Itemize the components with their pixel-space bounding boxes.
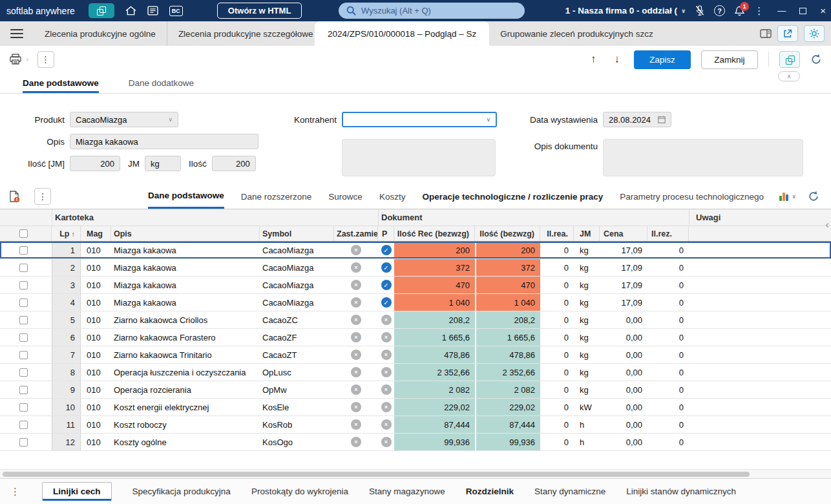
close-button[interactable]: × (820, 5, 826, 16)
column-header-ilosc-rec[interactable]: Ilość Rec (bezwzg) (394, 226, 475, 241)
minimize-button[interactable]: — (777, 6, 786, 16)
tab-grid-dane-podstawowe[interactable]: Dane podstawowe (148, 184, 224, 209)
grid-actions-button[interactable]: ⋮ (34, 188, 51, 205)
tab-dane-dodatkowe[interactable]: Dane dodatkowe (129, 78, 194, 93)
notifications-button[interactable]: 1 (735, 6, 744, 16)
panels-icon[interactable] (760, 29, 772, 38)
horizontal-scrollbar[interactable] (0, 469, 831, 478)
next-record-button[interactable]: ↓ (611, 53, 624, 66)
duplicate-window-button[interactable] (779, 51, 800, 68)
column-header-lp[interactable]: Lp↑ (52, 226, 81, 241)
tab-zlecenia-produkcyjne-szczegolowe[interactable]: Zlecenia produkcyjne szczegółowe (167, 21, 315, 46)
tab-linijki-cech[interactable]: Linijki cech (42, 482, 112, 501)
search-input[interactable]: Wyszukaj (Alt + Q) (339, 3, 525, 19)
table-row[interactable]: 4010Miazga kakaowaCacaoMiazga×✓1 0401 04… (0, 294, 831, 311)
bc-icon[interactable]: BC (169, 6, 183, 16)
share-button[interactable] (777, 25, 798, 42)
table-row[interactable]: 3010Miazga kakaowaCacaoMiazga×✓4704700kg… (0, 277, 831, 294)
column-header-opis[interactable]: Opis (111, 226, 260, 241)
row-checkbox[interactable] (19, 386, 28, 394)
column-header-il-rea[interactable]: Il.rea. (540, 226, 574, 241)
column-header-mag[interactable]: Mag (81, 226, 111, 241)
refresh-button[interactable] (810, 54, 822, 65)
tab-stany-dynamiczne[interactable]: Stany dynamiczne (534, 487, 605, 496)
previous-record-button[interactable]: ↑ (587, 53, 600, 66)
tab-document-preview[interactable]: 2024/ZPS/010/000018 – Podgląd – Sz (315, 21, 489, 46)
table-row[interactable]: 8010Operacja łuszczenia i oczyszczaniaOp… (0, 364, 831, 381)
column-header-p[interactable]: P (378, 226, 394, 241)
tab-zlecenia-produkcyjne-ogolne[interactable]: Zlecenia produkcyjne ogólne (34, 21, 167, 46)
opis-input[interactable]: Miazga kakaowa (70, 134, 258, 149)
jm-input[interactable]: kg (145, 156, 181, 171)
tab-prostokaty-do-wykrojenia[interactable]: Prostokąty do wykrojenia (251, 487, 348, 496)
open-html-button[interactable]: Otwórz w HTML (217, 3, 302, 19)
scrollbar-thumb[interactable] (3, 472, 750, 477)
close-document-button[interactable]: Zamknij (701, 50, 758, 69)
tab-koszty[interactable]: Koszty (379, 184, 406, 209)
grid-refresh-button[interactable] (808, 191, 819, 202)
tab-surowce[interactable]: Surowce (328, 184, 363, 209)
opis-dokumentu-textarea[interactable] (603, 139, 803, 176)
more-actions-button[interactable]: ⋮ (37, 51, 54, 68)
inspect-button[interactable] (804, 25, 825, 42)
microphone-off-icon[interactable] (695, 5, 704, 16)
row-checkbox[interactable] (19, 299, 28, 307)
table-row[interactable]: 9010Operacja rozcieraniaOpMw××2 0822 082… (0, 381, 831, 399)
hamburger-menu-icon[interactable] (10, 29, 23, 39)
column-header-il-rez[interactable]: Il.rez. (647, 226, 689, 241)
table-row[interactable]: 7010Ziarno kakaowca TrinitarioCacaoZT××4… (0, 346, 831, 364)
table-row[interactable]: 12010Koszty ogólneKosOgo××99,93699,9360h… (0, 434, 831, 451)
row-checkbox[interactable] (19, 438, 28, 446)
table-row[interactable]: 1010Miazga kakaowaCacaoMiazga×✓2002000kg… (0, 242, 831, 259)
column-header-jm[interactable]: JM (574, 226, 600, 241)
save-button[interactable]: Zapisz (634, 50, 691, 69)
row-checkbox[interactable] (19, 421, 28, 429)
row-checkbox[interactable] (19, 333, 28, 342)
row-checkbox[interactable] (19, 403, 28, 412)
data-wystawienia-input[interactable]: 28.08.2024 (603, 112, 671, 127)
tab-rozdzielnik[interactable]: Rozdzielnik (466, 487, 514, 496)
column-header-ilosc[interactable]: Ilość (bezwzg) (475, 226, 540, 241)
table-row[interactable]: 5010Ziarno kakaowca CriollosCacaoZC××208… (0, 311, 831, 329)
help-icon[interactable]: ? (714, 5, 725, 16)
produkt-select[interactable]: CacaoMiazga ∨ (70, 112, 178, 127)
row-checkbox[interactable] (19, 316, 28, 324)
select-all-checkbox[interactable] (19, 229, 28, 238)
maximize-button[interactable] (799, 8, 806, 14)
ilosc-jm-input[interactable]: 200 (70, 156, 120, 171)
table-row[interactable]: 6010Ziarno kakaowca ForasteroCacaoZF××1 … (0, 329, 831, 346)
home-icon[interactable] (125, 6, 136, 16)
row-checkbox[interactable] (19, 246, 28, 255)
chart-button[interactable]: ∨ (779, 193, 796, 201)
tab-specyfikacja-produkcyjna[interactable]: Specyfikacja produkcyjna (132, 487, 231, 496)
row-checkbox[interactable] (19, 264, 28, 272)
tab-stany-magazynowe[interactable]: Stany magazynowe (369, 487, 445, 496)
print-button[interactable]: ∨ (9, 54, 30, 65)
column-header-cena[interactable]: Cena (600, 226, 647, 241)
table-row[interactable]: 11010Koszt roboczyKosRob××87,44487,4440h… (0, 416, 831, 434)
document-info-icon[interactable]: i (9, 191, 20, 203)
column-header-zast-zamie[interactable]: Zast.zamie (334, 226, 378, 241)
column-header-symbol[interactable]: Symbol (260, 226, 334, 241)
kontrahent-combobox[interactable]: ∨ (342, 112, 497, 127)
kontrahent-notes-textarea[interactable] (342, 139, 496, 176)
collapse-panel-button[interactable]: ∧ (778, 71, 800, 81)
kebab-menu-icon[interactable]: ⋮ (754, 5, 764, 17)
tab-linijki-stanow-dynamicznych[interactable]: Linijki stanów dynamicznych (626, 487, 736, 496)
tab-grupowanie-zlecen[interactable]: Grupowanie zleceń produkcyjnych szcz (489, 21, 655, 46)
tab-operacje-technologiczne[interactable]: Operacje technologiczne / rozliczenie pr… (422, 184, 603, 209)
row-checkbox[interactable] (19, 281, 28, 289)
table-row[interactable]: 2010Miazga kakaowaCacaoMiazga×✓3723720kg… (0, 259, 831, 277)
ilosc-input[interactable]: 200 (212, 156, 256, 171)
journal-icon[interactable] (147, 6, 158, 16)
tab-dane-podstawowe[interactable]: Dane podstawowe (23, 78, 99, 93)
chevron-left-icon[interactable]: ‹ (825, 218, 829, 231)
table-row[interactable]: 10010Koszt energii elektrycznejKosEle××2… (0, 399, 831, 416)
row-checkbox[interactable] (19, 351, 28, 359)
company-selector[interactable]: 1 - Nasza firma 0 - oddział ( ∨ (565, 6, 686, 16)
row-checkbox[interactable] (19, 368, 28, 377)
tab-parametry-procesu[interactable]: Parametry procesu technologicznego (620, 184, 764, 209)
tab-dane-rozszerzone[interactable]: Dane rozszerzone (241, 184, 312, 209)
bottom-kebab-icon[interactable]: ⋮ (10, 486, 20, 498)
window-switcher-button[interactable] (89, 3, 114, 18)
